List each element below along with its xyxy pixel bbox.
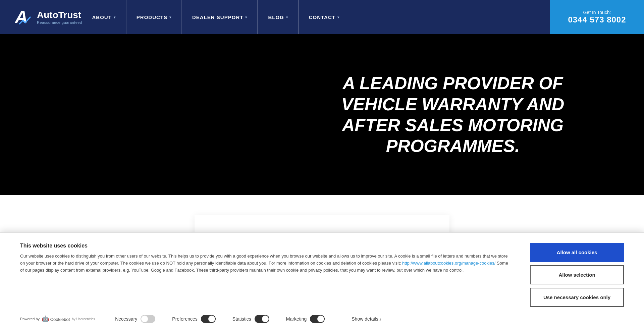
- cookie-title: This website uses cookies: [20, 243, 510, 249]
- cookie-toggle-statistics[interactable]: [255, 315, 269, 323]
- cookie-control-preferences: Preferences: [172, 315, 215, 323]
- chevron-down-icon: ▾: [114, 15, 116, 19]
- chevron-down-icon: ▾: [337, 15, 339, 19]
- cookie-controls: NecessaryPreferencesStatisticsMarketing: [115, 315, 325, 323]
- powered-by-text: Powered by: [20, 317, 40, 321]
- allow-selection-button[interactable]: Allow selection: [530, 265, 624, 284]
- get-in-touch-label: Get In Touch:: [583, 10, 611, 15]
- necessary-only-button[interactable]: Use necessary cookies only: [530, 288, 624, 307]
- cookiebot-sub: by Usercentrics: [72, 317, 95, 321]
- cookie-toggle-marketing[interactable]: [310, 315, 325, 323]
- cookie-toggle-preferences[interactable]: [201, 315, 216, 323]
- nav-item-contact[interactable]: CONTACT▾: [298, 0, 350, 34]
- nav-item-products[interactable]: PRODUCTS▾: [126, 0, 181, 34]
- svg-text:A: A: [14, 7, 28, 26]
- chevron-down-icon: ▾: [245, 15, 247, 19]
- logo-tagline: Reassurance guaranteed: [37, 20, 82, 24]
- cookie-control-label: Preferences: [172, 316, 197, 322]
- logo-text-area: AutoTrust Reassurance guaranteed: [37, 10, 82, 24]
- nav-label: DEALER SUPPORT: [192, 14, 243, 20]
- cookiebot-logo: Powered by 🤖 Cookiebot by Usercentrics: [20, 315, 95, 323]
- cookiebot-name: 🤖 Cookiebot: [42, 315, 70, 323]
- cookie-bottom-section: Powered by 🤖 Cookiebot by Usercentrics N…: [20, 315, 624, 323]
- nav-label: CONTACT: [309, 14, 335, 20]
- get-in-touch-block[interactable]: Get In Touch: 0344 573 8002: [550, 0, 644, 34]
- main-nav: ABOUT▾PRODUCTS▾DEALER SUPPORT▾BLOG▾CONTA…: [82, 0, 631, 34]
- nav-item-dealer-support[interactable]: DEALER SUPPORT▾: [181, 0, 257, 34]
- nav-label: PRODUCTS: [137, 14, 167, 20]
- hero-heading: A LEADING PROVIDER OF VEHICLE WARRANTY A…: [335, 73, 570, 157]
- chevron-down-icon: ▾: [286, 15, 288, 19]
- cookie-content: This website uses cookies Our website us…: [20, 243, 510, 274]
- hero-section: A LEADING PROVIDER OF VEHICLE WARRANTY A…: [0, 34, 644, 195]
- show-details-label: Show details: [352, 316, 378, 322]
- allow-all-button[interactable]: Allow all cookies: [530, 243, 624, 262]
- logo[interactable]: A AutoTrust Reassurance guaranteed: [13, 5, 82, 29]
- nav-label: BLOG: [268, 14, 284, 20]
- cookie-body: Our website uses cookies to distinguish …: [20, 253, 510, 274]
- cookie-control-label: Necessary: [115, 316, 137, 322]
- show-details-button[interactable]: Show details ›: [352, 316, 381, 322]
- chevron-down-icon: ▾: [169, 15, 171, 19]
- cookie-control-label: Statistics: [232, 316, 251, 322]
- phone-number[interactable]: 0344 573 8002: [568, 15, 626, 24]
- cookie-control-label: Marketing: [286, 316, 307, 322]
- nav-label: ABOUT: [92, 14, 112, 20]
- nav-item-about[interactable]: ABOUT▾: [82, 0, 126, 34]
- logo-name: AutoTrust: [37, 10, 82, 20]
- show-details-chevron-icon: ›: [380, 317, 381, 321]
- cookie-buttons: Allow all cookies Allow selection Use ne…: [530, 243, 624, 307]
- cookie-toggle-necessary[interactable]: [141, 315, 155, 323]
- cookie-control-marketing: Marketing: [286, 315, 325, 323]
- cookie-link[interactable]: http://www.allaboutcookies.org/manage-co…: [402, 261, 495, 266]
- nav-item-blog[interactable]: BLOG▾: [257, 0, 298, 34]
- cookie-top-section: This website uses cookies Our website us…: [20, 243, 624, 307]
- header: A AutoTrust Reassurance guaranteed ABOUT…: [0, 0, 644, 34]
- cookie-control-statistics: Statistics: [232, 315, 269, 323]
- cookie-control-necessary: Necessary: [115, 315, 155, 323]
- cookie-banner: This website uses cookies Our website us…: [0, 232, 644, 333]
